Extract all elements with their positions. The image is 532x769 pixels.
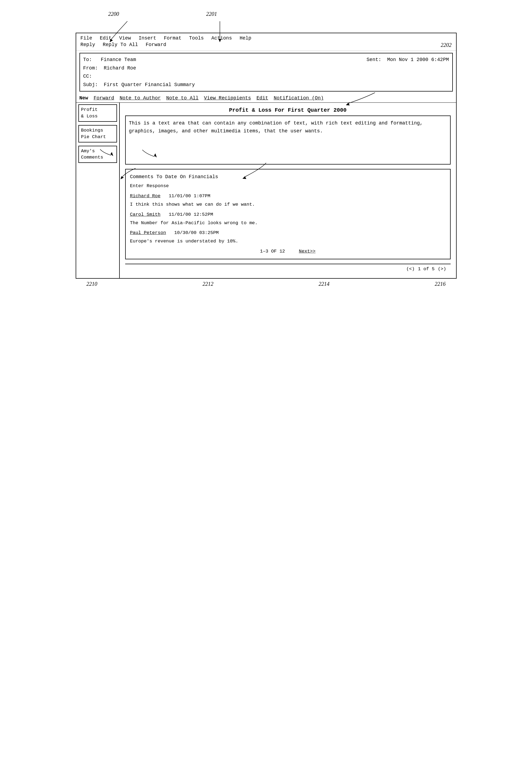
- next-link[interactable]: Next>>: [299, 249, 315, 254]
- menu-forward[interactable]: Forward: [146, 42, 166, 48]
- comment-1-text: I think this shows what we can do if we …: [130, 201, 446, 209]
- sidebar-item-profit-loss[interactable]: Profit& Loss: [78, 104, 117, 122]
- comment-3-author: Paul Peterson: [130, 230, 166, 235]
- toolbar-note-author[interactable]: Note to Author: [120, 95, 161, 101]
- toolbar-note-all[interactable]: Note to All: [166, 95, 199, 101]
- comments-title: Comments To Date On Financials: [130, 173, 446, 181]
- comment-1-time: 11/01/00 1:07PM: [169, 194, 210, 199]
- email-sent-value: Mon Nov 1 2000 6:42PM: [387, 57, 449, 62]
- email-subj-row: Subj: First Quarter Financial Summary: [83, 81, 356, 89]
- comment-1: Richard Roe 11/01/00 1:07PM I think this…: [130, 192, 446, 209]
- email-header-right: Sent: Mon Nov 1 2000 6:42PM: [367, 56, 449, 89]
- annotation-2214-bottom: 2214: [319, 281, 330, 287]
- content-body: This is a text area that can contain any…: [125, 115, 451, 164]
- annotation-2212: 2212: [202, 281, 213, 287]
- comment-3-time: 10/30/00 03:25PM: [174, 230, 219, 235]
- email-cc-row: CC:: [83, 72, 356, 81]
- annotation-2216-bottom: 2216: [435, 281, 445, 287]
- email-to-row: To: Finance Team: [83, 56, 356, 64]
- email-subj-value: First Quarter Financial Summary: [104, 82, 195, 87]
- enter-response[interactable]: Enter Response: [130, 182, 446, 190]
- menu-insert[interactable]: Insert: [139, 35, 156, 41]
- nav-next-button[interactable]: (>): [438, 267, 446, 272]
- nav-prev-button[interactable]: (<): [406, 267, 415, 272]
- toolbar-new[interactable]: New: [79, 95, 88, 101]
- content-area: Profit& Loss BookingsPie Chart Amy'sComm…: [76, 103, 456, 278]
- comment-2-time: 11/01/00 12:52PM: [169, 212, 213, 217]
- menu-reply-all[interactable]: Reply To All: [103, 42, 138, 48]
- sidebar-item-amys-comments[interactable]: Amy'sComments: [78, 146, 117, 163]
- comment-3-text: Europe's revenue is understated by 10%.: [130, 238, 446, 246]
- menu-file[interactable]: File: [81, 35, 92, 41]
- main-container: File Edit View Insert Format Tools Actio…: [76, 33, 457, 279]
- email-cc-label: CC:: [83, 73, 92, 79]
- comment-2: Carol Smith 11/01/00 12:52PM The Number …: [130, 211, 446, 227]
- comments-section: Comments To Date On Financials Enter Res…: [125, 169, 451, 259]
- menu-tools[interactable]: Tools: [189, 35, 204, 41]
- toolbar-edit[interactable]: Edit: [256, 95, 268, 101]
- menu-row-1: File Edit View Insert Format Tools Actio…: [81, 35, 452, 41]
- toolbar-forward[interactable]: Forward: [94, 95, 114, 101]
- action-toolbar: New Forward Note to Author Note to All V…: [76, 94, 456, 103]
- toolbar-notification[interactable]: Notification (On): [274, 95, 324, 101]
- comment-1-author: Richard Roe: [130, 194, 161, 199]
- email-sent-label: Sent:: [367, 57, 381, 62]
- comment-3: Paul Peterson 10/30/00 03:25PM Europe's …: [130, 229, 446, 246]
- annotation-2202-label: 2202: [441, 42, 452, 48]
- menu-reply[interactable]: Reply: [81, 42, 95, 48]
- comment-2-author: Carol Smith: [130, 212, 161, 217]
- menu-help[interactable]: Help: [239, 35, 251, 41]
- main-content: Profit & Loss For First Quarter 2000 Thi…: [120, 103, 456, 278]
- toolbar-view-recippients[interactable]: View Recippients: [204, 95, 251, 101]
- menu-row-2: Reply Reply To All Forward 2202: [81, 42, 452, 48]
- email-subj-label: Subj:: [83, 82, 98, 87]
- sidebar-item-bookings-pie-chart[interactable]: BookingsPie Chart: [78, 125, 117, 142]
- annotation-2210: 2210: [87, 281, 97, 287]
- email-header-left: To: Finance Team From: Richard Roe CC: S…: [83, 56, 356, 89]
- annotation-2201: 2201: [206, 11, 217, 17]
- annotation-2200: 2200: [108, 11, 119, 17]
- email-from-row: From: Richard Roe: [83, 64, 356, 72]
- menu-actions[interactable]: Actions: [211, 35, 232, 41]
- email-header: To: Finance Team From: Richard Roe CC: S…: [79, 53, 453, 91]
- pagination-info: 1–3 OF 12: [260, 249, 285, 254]
- pagination-row: 1–3 OF 12 Next>>: [130, 248, 446, 256]
- bottom-nav: (<) 1 of 5 (>): [125, 264, 451, 274]
- email-from-value: Richard Roe: [104, 65, 136, 71]
- nav-page-info: 1 of 5: [418, 267, 435, 272]
- email-to-label: To:: [83, 57, 92, 62]
- email-from-label: From:: [83, 65, 98, 71]
- sidebar: Profit& Loss BookingsPie Chart Amy'sComm…: [76, 103, 120, 278]
- content-with-title: Profit & Loss For First Quarter 2000 Thi…: [125, 107, 451, 164]
- content-title: Profit & Loss For First Quarter 2000: [125, 107, 451, 113]
- email-to-value: Finance Team: [101, 57, 136, 62]
- menu-format[interactable]: Format: [164, 35, 182, 41]
- comment-2-text: The Number for Asia-Pacific looks wrong …: [130, 219, 446, 227]
- menu-bar: File Edit View Insert Format Tools Actio…: [76, 33, 456, 51]
- menu-edit[interactable]: Edit: [100, 35, 112, 41]
- menu-view[interactable]: View: [119, 35, 131, 41]
